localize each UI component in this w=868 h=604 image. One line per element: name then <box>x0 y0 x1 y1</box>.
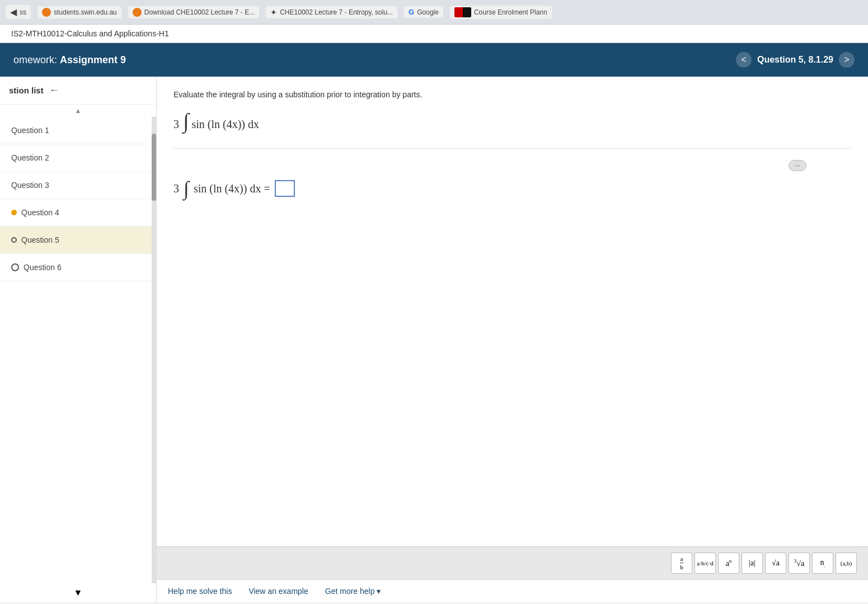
assignment-title: omework: Assignment 9 <box>13 54 126 66</box>
integrand-display: sin (ln (4x)) dx <box>191 118 259 130</box>
sidebar-item-question6[interactable]: Question 6 <box>0 254 156 281</box>
content-area: Evaluate the integral by using a substit… <box>157 77 868 602</box>
integrand-answer: sin (ln (4x)) dx = <box>194 182 270 195</box>
tab-students[interactable]: students.swin.edu.au <box>37 6 121 18</box>
sidebar-collapse-button[interactable]: ← <box>49 84 59 96</box>
tab-che[interactable]: ✦ CHE10002 Lecture 7 - Entropy, solu... <box>266 6 397 18</box>
sidebar-item-question3[interactable]: Question 3 <box>0 172 156 199</box>
prev-question-button[interactable]: < <box>736 52 752 68</box>
tab-ss[interactable]: ◀ ss <box>6 5 31 19</box>
question-content: Evaluate the integral by using a substit… <box>157 77 868 546</box>
sidebar-list: Question 1 Question 2 Question 3 Questio… <box>0 117 156 583</box>
sidebar-item-question4[interactable]: Question 4 <box>0 199 156 226</box>
more-options-button[interactable]: ··· <box>789 160 806 171</box>
integral-display: 3 ∫ sin (ln (4x)) dx <box>173 110 851 131</box>
globe-icon-1 <box>42 8 51 17</box>
bottom-bar: Help me solve this View an example Get m… <box>157 579 868 602</box>
question4-label: Question 4 <box>21 208 59 217</box>
page-title: IS2-MTH10012-Calculus and Applications-H… <box>11 29 169 38</box>
question6-label: Question 6 <box>24 263 62 272</box>
more-help-link[interactable]: Get more help ▾ <box>325 587 381 596</box>
sidebar-scrollbar <box>152 117 156 583</box>
assignment-header: omework: Assignment 9 < Question 5, 8.1.… <box>0 43 868 77</box>
tab-download[interactable]: Download CHE10002 Lecture 7 - E... <box>128 6 259 18</box>
superscript-btn[interactable]: an <box>718 553 739 574</box>
integral-symbol-display: ∫ <box>183 109 189 133</box>
next-question-button[interactable]: > <box>839 52 855 68</box>
sidebar-scrollbar-thumb[interactable] <box>152 134 156 201</box>
tab-che-label: CHE10002 Lecture 7 - Entropy, solu... <box>280 8 393 16</box>
homework-prefix: omework: <box>13 54 60 65</box>
fraction-btn[interactable]: ab <box>671 553 692 574</box>
coeff-display: 3 <box>173 118 179 130</box>
tab-download-label: Download CHE10002 Lecture 7 - E... <box>144 8 255 16</box>
mixed-fraction-icon: a·b/c·d <box>697 560 713 567</box>
answer-input-box[interactable] <box>275 180 295 197</box>
sqrt-icon: √a <box>772 559 780 568</box>
subscript-btn[interactable]: n. <box>812 553 833 574</box>
fraction-icon: ab <box>680 555 683 571</box>
assignment-name: Assignment 9 <box>60 54 126 65</box>
question5-circle-icon <box>11 237 17 243</box>
sidebar: stion list ← ▲ Question 1 Question 2 Que… <box>0 77 157 602</box>
browser-bar: ◀ ss students.swin.edu.au Download CHE10… <box>0 0 868 25</box>
mixed-fraction-btn[interactable]: a·b/c·d <box>695 553 716 574</box>
page-header: IS2-MTH10012-Calculus and Applications-H… <box>0 25 868 43</box>
sqrt-btn[interactable]: √a <box>765 553 786 574</box>
section-divider <box>173 148 851 149</box>
sidebar-scroll-up[interactable]: ▲ <box>0 105 156 117</box>
cbrt-btn[interactable]: 3√a <box>789 553 810 574</box>
tab-students-label: students.swin.edu.au <box>54 8 117 16</box>
question3-label: Question 3 <box>11 181 49 190</box>
sidebar-title: stion list <box>9 86 44 95</box>
math-toolbar: ab a·b/c·d an |a| √a 3√a n. (a,b) <box>157 546 868 579</box>
tab-google[interactable]: G Google <box>404 6 443 18</box>
course-icon <box>454 7 471 17</box>
superscript-icon: an <box>726 558 732 568</box>
sidebar-header: stion list ← <box>0 77 156 105</box>
interval-btn[interactable]: (a,b) <box>836 553 857 574</box>
tab-course-label: Course Enrolment Plann <box>474 8 547 16</box>
view-example-link[interactable]: View an example <box>248 587 308 596</box>
tab-ss-label: ss <box>20 8 26 16</box>
sidebar-item-question2[interactable]: Question 2 <box>0 144 156 172</box>
integral-symbol-answer: ∫ <box>184 177 189 200</box>
sidebar-scroll-down[interactable]: ▼ <box>0 583 156 602</box>
sidebar-item-question1[interactable]: Question 1 <box>0 117 156 144</box>
coeff-answer: 3 <box>173 182 179 195</box>
question-nav: < Question 5, 8.1.29 > <box>736 52 855 68</box>
cbrt-icon: 3√a <box>794 558 804 568</box>
question-instruction: Evaluate the integral by using a substit… <box>173 90 851 99</box>
google-icon: G <box>409 8 414 16</box>
abs-icon: |a| <box>749 559 756 568</box>
main-layout: stion list ← ▲ Question 1 Question 2 Que… <box>0 77 868 602</box>
question5-label: Question 5 <box>21 235 59 244</box>
question1-label: Question 1 <box>11 126 49 135</box>
abs-btn[interactable]: |a| <box>742 553 763 574</box>
answer-row: 3 ∫ sin (ln (4x)) dx = <box>173 177 851 200</box>
tab-course[interactable]: Course Enrolment Plann <box>450 6 552 19</box>
help-solve-link[interactable]: Help me solve this <box>168 587 232 596</box>
sidebar-item-question5[interactable]: Question 5 <box>0 226 156 254</box>
subscript-icon: n. <box>820 558 825 568</box>
question2-label: Question 2 <box>11 153 49 162</box>
globe-icon-2 <box>133 8 142 17</box>
tab-google-label: Google <box>417 8 439 16</box>
interval-icon: (a,b) <box>841 560 852 567</box>
question-number: Question 5, 8.1.29 <box>757 55 833 65</box>
